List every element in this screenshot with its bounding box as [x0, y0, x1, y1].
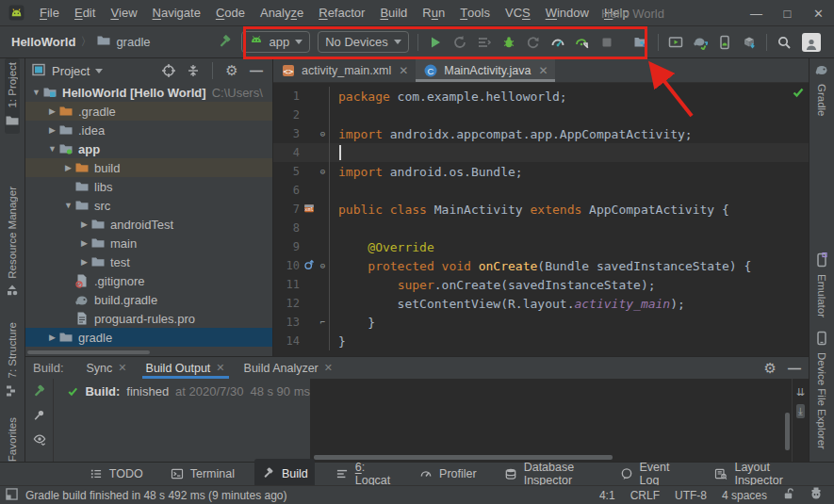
- tree-right-arrow-icon[interactable]: ▶: [79, 238, 90, 248]
- hide-panel-icon[interactable]: —: [246, 59, 267, 82]
- menu-view[interactable]: View: [103, 0, 144, 25]
- tree-right-arrow-icon[interactable]: ▶: [63, 163, 74, 172]
- search-everywhere-icon[interactable]: [772, 31, 796, 54]
- code-editor[interactable]: 1package com.example.helloworld;23⊝impor…: [273, 83, 809, 356]
- tree-item-build[interactable]: ▶build: [25, 158, 272, 177]
- toolwindow-tab-1-project[interactable]: 1: Project: [5, 58, 20, 134]
- fold-marker-icon[interactable]: ⊝: [317, 256, 330, 275]
- build-result-row[interactable]: Build: finished at 2020/7/30 48 s 90 ms: [67, 384, 310, 398]
- fold-marker-icon[interactable]: ⌐: [317, 313, 330, 332]
- tree-item-main[interactable]: ▶main: [25, 234, 272, 252]
- close-icon[interactable]: ✕: [538, 64, 548, 77]
- run-icon[interactable]: [423, 31, 448, 54]
- toolwindow-tab-gradle[interactable]: Gradle: [814, 58, 829, 121]
- device-select[interactable]: No Devices: [318, 31, 408, 53]
- close-icon[interactable]: ✕: [324, 362, 333, 374]
- console-vscrollbar[interactable]: [785, 413, 790, 450]
- toolwindow-tab-emulator[interactable]: Emulator: [814, 249, 829, 321]
- tree-item--gitignore[interactable]: .gitignore: [25, 271, 272, 290]
- build-tab-build-output[interactable]: Build Output✕: [137, 357, 235, 379]
- tree-right-arrow-icon[interactable]: ▶: [47, 106, 57, 116]
- build-hammer-icon[interactable]: [32, 384, 46, 398]
- hide-panel-icon[interactable]: —: [788, 361, 801, 376]
- build-hammer-icon[interactable]: [213, 31, 237, 54]
- tree-down-arrow-icon[interactable]: ▼: [31, 88, 41, 97]
- toolwindow-tab-resource-manager[interactable]: Resource Manager: [5, 183, 20, 304]
- locate-target-icon[interactable]: [158, 59, 179, 82]
- menu-edit[interactable]: Edit: [67, 0, 103, 25]
- debug-icon[interactable]: [497, 31, 521, 54]
- project-view-selector[interactable]: Project: [52, 64, 90, 78]
- minimize-button[interactable]: —: [741, 0, 772, 26]
- running-devices-icon[interactable]: [663, 31, 688, 54]
- apply-changes-icon[interactable]: [472, 31, 497, 54]
- toolwindow-switcher-icon[interactable]: [6, 488, 18, 503]
- build-tab-build-analyzer[interactable]: Build Analyzer✕: [235, 357, 342, 379]
- profile-icon[interactable]: [546, 31, 570, 54]
- build-tab-sync[interactable]: Sync✕: [77, 357, 137, 379]
- project-tree-hscrollbar[interactable]: [25, 350, 272, 354]
- run-configuration-select[interactable]: app: [241, 31, 311, 53]
- profile-apply-icon[interactable]: [570, 31, 595, 54]
- filter-eye-icon[interactable]: [32, 431, 46, 446]
- breadcrumb-folder[interactable]: gradle: [116, 35, 150, 49]
- collapse-all-icon[interactable]: [183, 59, 204, 82]
- settings-gear-icon[interactable]: ⚙: [764, 360, 777, 377]
- tree-right-arrow-icon[interactable]: ▶: [47, 125, 57, 135]
- tree-right-arrow-icon[interactable]: ▶: [79, 257, 90, 267]
- tree-item-proguard-rules-pro[interactable]: proguard-rules.pro: [25, 309, 272, 328]
- tree-item-app[interactable]: ▼app: [25, 139, 272, 158]
- settings-gear-icon[interactable]: ⚙: [221, 59, 242, 82]
- gradle-sync-icon[interactable]: [688, 31, 712, 54]
- maximize-button[interactable]: □: [772, 0, 803, 26]
- tree-item-build-gradle[interactable]: build.gradle: [25, 290, 272, 309]
- menu-window[interactable]: Window: [538, 0, 597, 25]
- pin-icon[interactable]: [32, 408, 46, 422]
- line-separator-widget[interactable]: CRLF: [630, 489, 660, 502]
- tree-item--gradle[interactable]: ▶.gradle: [25, 102, 272, 121]
- soft-wrap-icon[interactable]: ⇊: [796, 386, 805, 398]
- status-message[interactable]: Gradle build finished in 48 s 492 ms (9 …: [25, 489, 286, 502]
- tree-down-arrow-icon[interactable]: ▼: [63, 201, 74, 210]
- tree-down-arrow-icon[interactable]: ▼: [47, 144, 57, 154]
- highlighting-level-icon[interactable]: [809, 487, 823, 503]
- menu-tools[interactable]: Tools: [452, 0, 498, 25]
- close-icon[interactable]: ✕: [216, 362, 224, 374]
- scroll-to-end-icon[interactable]: ⤓: [796, 404, 805, 418]
- tree-item-src[interactable]: ▼src: [25, 196, 272, 215]
- fold-marker-icon[interactable]: ⊝: [317, 162, 330, 181]
- toolwindow-tab-7-structure[interactable]: 7: Structure: [5, 318, 20, 403]
- tree-item-androidtest[interactable]: ▶androidTest: [25, 215, 272, 234]
- menu-run[interactable]: Run: [415, 0, 452, 25]
- editor-tab-activity-main-xml[interactable]: <> activity_main.xml✕: [273, 58, 416, 82]
- close-button[interactable]: ✕: [803, 0, 834, 26]
- tree-item-gradle[interactable]: ▶gradle: [25, 328, 272, 347]
- tree-item-test[interactable]: ▶test: [25, 252, 272, 271]
- menu-analyze[interactable]: Analyze: [253, 0, 311, 25]
- sdk-manager-icon[interactable]: [737, 31, 761, 54]
- breadcrumb-project[interactable]: HelloWorld: [11, 35, 75, 49]
- tree-item-libs[interactable]: libs: [25, 177, 272, 196]
- close-icon[interactable]: ✕: [399, 64, 408, 77]
- menu-code[interactable]: Code: [208, 0, 253, 25]
- stop-icon[interactable]: [595, 31, 619, 54]
- unlock-icon[interactable]: [782, 488, 794, 503]
- tree-right-arrow-icon[interactable]: ▶: [47, 333, 57, 342]
- project-structure-icon[interactable]: [629, 31, 653, 54]
- tree-item-helloworld-hello-world-[interactable]: ▼HelloWorld [Hello World]C:\Users\: [25, 83, 272, 102]
- toolwindow-tab-device-file-explorer[interactable]: Device File Explorer: [814, 327, 829, 453]
- caret-position-widget[interactable]: 4:1: [599, 489, 615, 502]
- fold-marker-icon[interactable]: ⊝: [317, 124, 330, 143]
- indent-widget[interactable]: 4 spaces: [722, 489, 767, 502]
- tree-right-arrow-icon[interactable]: ▶: [79, 219, 90, 229]
- rerun-icon[interactable]: [448, 31, 472, 54]
- tree-item--idea[interactable]: ▶.idea: [25, 121, 272, 139]
- device-manager-icon[interactable]: [712, 31, 737, 54]
- close-icon[interactable]: ✕: [118, 362, 126, 374]
- menu-vcs[interactable]: VCS: [498, 0, 538, 25]
- menu-navigate[interactable]: Navigate: [145, 0, 208, 25]
- attach-debugger-icon[interactable]: [521, 31, 546, 54]
- avatar[interactable]: [802, 33, 821, 52]
- editor-tab-mainactivity-java[interactable]: C MainActivity.java✕: [416, 58, 555, 82]
- menu-file[interactable]: File: [32, 0, 67, 25]
